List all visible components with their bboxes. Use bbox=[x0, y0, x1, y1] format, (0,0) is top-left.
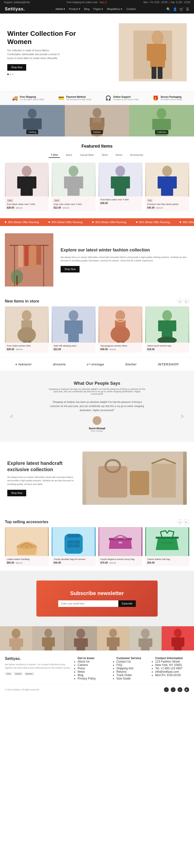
new-items-section: New Items in store ◁ ▷ Pure cotton women… bbox=[0, 294, 194, 358]
new-items-nav: ◁ ▷ bbox=[177, 299, 189, 304]
new-product-4[interactable]: Velvet touch women tops $18.00 bbox=[145, 306, 189, 352]
newsletter-title: Subscribe newsletter bbox=[49, 590, 145, 596]
gallery-item-5[interactable] bbox=[129, 626, 162, 650]
nav-pages[interactable]: Pages ▾ bbox=[93, 7, 103, 11]
search-icon[interactable]: 🔍 bbox=[166, 7, 170, 11]
accessory-info-3: Purple elegance woman luxury bag $75.00 … bbox=[99, 556, 142, 566]
cart-icon[interactable]: 🛒 bbox=[179, 7, 184, 11]
svg-point-57 bbox=[18, 327, 36, 343]
hero-dot-1[interactable] bbox=[7, 73, 9, 75]
user-icon[interactable]: 👤 bbox=[173, 7, 177, 11]
tab-tshirt[interactable]: T-Shirt bbox=[49, 153, 60, 158]
product-info-2: New Gray color cotton men T-shirt $22.00… bbox=[52, 196, 95, 211]
cat-collection[interactable]: Collection bbox=[129, 105, 194, 136]
footer-link-contact[interactable]: Contact Us bbox=[116, 660, 150, 663]
footer-link-news[interactable]: News bbox=[78, 670, 112, 674]
new-product-3[interactable]: Top gorgeous woman dress $38.00 $48.00 bbox=[99, 306, 142, 352]
tab-accessories[interactable]: Accessories bbox=[128, 153, 145, 158]
footer-email[interactable]: info@settiyas.com bbox=[155, 670, 189, 674]
nav-megamenu[interactable]: MegaMenu ▾ bbox=[107, 7, 122, 11]
svg-point-20 bbox=[157, 108, 166, 119]
footer-link-careers[interactable]: Careers bbox=[78, 663, 112, 667]
footer-link-blog[interactable]: Blog bbox=[78, 674, 112, 677]
footer-link-about[interactable]: About Us bbox=[78, 660, 112, 663]
new-items-next[interactable]: ▷ bbox=[184, 299, 189, 304]
hero-dot-3[interactable] bbox=[12, 73, 13, 75]
social-youtube[interactable]: ▶ bbox=[184, 687, 189, 692]
svg-point-68 bbox=[111, 326, 130, 343]
cat-fashion[interactable]: Fashion bbox=[65, 105, 130, 136]
tab-skirts[interactable]: Skirts bbox=[100, 153, 110, 158]
accessories-title: Top selling accessories bbox=[5, 520, 48, 524]
accessory-img-2 bbox=[52, 527, 95, 556]
banner-content: 35% Winter Offer Running 35% Winter Offe… bbox=[0, 221, 194, 224]
accessory-4[interactable]: Classic leather tote bag $55.00 bbox=[145, 527, 189, 566]
svg-rect-110 bbox=[42, 638, 45, 647]
testimonial-next[interactable]: ▷ bbox=[182, 414, 184, 418]
nav-contact[interactable]: Contact bbox=[126, 7, 136, 11]
new-product-2[interactable]: Satin silk sleeping were $22.00 bbox=[52, 306, 95, 352]
product-img-1 bbox=[5, 163, 49, 196]
gallery-item-2[interactable] bbox=[32, 626, 64, 650]
handcraft-title: Explore latest handcraft exclusive colle… bbox=[7, 460, 75, 473]
hero-cta-button[interactable]: Shop Now bbox=[7, 64, 26, 71]
gallery-item-6[interactable] bbox=[162, 626, 194, 650]
nav-home[interactable]: Home ▾ bbox=[56, 7, 65, 11]
product-card-2[interactable]: New Gray color cotton men T-shirt $22.00… bbox=[52, 163, 95, 211]
accessories-next[interactable]: ▷ bbox=[184, 519, 189, 525]
gallery-item-4[interactable] bbox=[97, 626, 129, 650]
new-items-header: New Items in store ◁ ▷ bbox=[0, 294, 194, 306]
new-items-prev[interactable]: ◁ bbox=[177, 299, 182, 304]
handcraft-cta-button[interactable]: Shop Now bbox=[7, 490, 26, 496]
footer-link-faq[interactable]: FAQ bbox=[116, 663, 150, 667]
accessory-2[interactable]: Trendy shoulder bags for women $45.00 bbox=[52, 527, 95, 566]
social-twitter[interactable]: t bbox=[171, 687, 175, 692]
svg-rect-26 bbox=[21, 177, 33, 196]
footer-link-track[interactable]: Track Order bbox=[116, 674, 150, 677]
support-icon: 🎧 bbox=[105, 95, 111, 101]
new-product-img-2 bbox=[52, 306, 95, 343]
accessory-1[interactable]: Ladies leather handbag $65.00 $80.00 bbox=[5, 527, 49, 566]
product-info-4: Hot Premium men blue denim jacket $45.00… bbox=[145, 196, 189, 211]
menu-icon[interactable]: ☰ bbox=[186, 7, 189, 11]
svg-rect-131 bbox=[181, 638, 184, 647]
footer-link-privacy[interactable]: Privacy Policy bbox=[78, 677, 112, 680]
newsletter-email-input[interactable] bbox=[58, 600, 118, 607]
newsletter-subscribe-button[interactable]: Subscribe bbox=[118, 600, 136, 607]
gallery-item-3[interactable] bbox=[65, 626, 97, 650]
gallery-item-1[interactable] bbox=[0, 626, 32, 650]
social-facebook[interactable]: f bbox=[164, 687, 169, 692]
accessory-price-4: $55.00 bbox=[147, 561, 187, 564]
feature-packaging-desc: All orders arrive safely bbox=[161, 98, 182, 101]
product-card-3[interactable]: Pure black cotton men T-shirt $28.00 bbox=[99, 163, 142, 211]
hero-dot-2[interactable] bbox=[10, 73, 11, 75]
accessories-prev[interactable]: ◁ bbox=[177, 519, 182, 525]
site-logo[interactable]: Settiyas. bbox=[5, 6, 25, 11]
cat-clothing[interactable]: Clothing bbox=[0, 105, 65, 136]
footer-link-returns[interactable]: Returns bbox=[116, 670, 150, 674]
footer-description: We deliver excellence in fashion. Our cu… bbox=[5, 663, 73, 670]
accessory-3[interactable]: Purple elegance woman luxury bag $75.00 … bbox=[99, 527, 142, 566]
footer-logo: Settiyas. bbox=[5, 656, 73, 661]
svg-rect-126 bbox=[149, 638, 152, 647]
footer-link-size[interactable]: Size Guide bbox=[116, 677, 150, 680]
footer-link-shipping[interactable]: Shipping Info bbox=[116, 667, 150, 670]
accessory-price-2: $45.00 bbox=[54, 561, 93, 564]
social-linkedin[interactable]: in bbox=[177, 687, 182, 692]
testimonial-prev[interactable]: ◁ bbox=[10, 414, 12, 418]
nav-blog[interactable]: Blog bbox=[84, 7, 89, 11]
product-card-1[interactable]: Sale Pure black cotton men T-shirt $28.0… bbox=[5, 163, 49, 211]
fashion-cta-button[interactable]: Shop Now bbox=[61, 266, 80, 273]
brand-intershop: INTERSHOП bbox=[158, 363, 179, 366]
product-card-4[interactable]: Hot Premium men blue denim jacket $45.00… bbox=[145, 163, 189, 211]
svg-point-40 bbox=[162, 166, 172, 177]
tab-shoes[interactable]: Shoes bbox=[113, 153, 124, 158]
tab-jeans[interactable]: Jeans bbox=[64, 153, 74, 158]
footer-link-press[interactable]: Press bbox=[78, 667, 112, 670]
new-product-1[interactable]: Pure cotton women Skirt $28.00 $35.00 bbox=[5, 306, 49, 352]
product-name-3: Pure black cotton men T-shirt bbox=[101, 198, 140, 201]
accessory-name-2: Trendy shoulder bags for women bbox=[54, 558, 93, 560]
tab-casualwear[interactable]: Casual Wear bbox=[78, 153, 96, 158]
nav-product[interactable]: Product ▾ bbox=[69, 7, 80, 11]
signin-link[interactable]: Sign in bbox=[100, 1, 107, 4]
